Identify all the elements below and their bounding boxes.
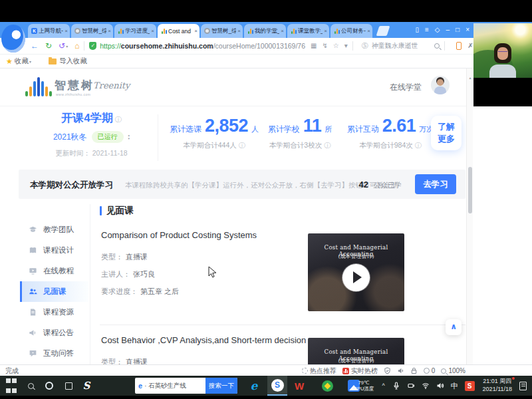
undo-icon[interactable]: ↺ (59, 42, 65, 50)
sidebar-item-course-resources[interactable]: 课程资源 (20, 302, 88, 323)
quick-search-box[interactable]: Ⓢ 神童魏永康逝世 (362, 41, 431, 51)
screenshot-icon[interactable]: ✗ (467, 43, 473, 49)
browser-tab-myschool[interactable]: 我的学堂_ × (244, 24, 286, 38)
browser-tab-zhihuishu1[interactable]: 智慧树_综 × (71, 24, 113, 38)
task-view-icon[interactable] (63, 376, 74, 396)
wps-app-icon[interactable]: W (291, 376, 307, 396)
taskbar-search-box[interactable]: e · 石英砂生产线 搜索一下 (135, 378, 237, 394)
browser-tab-zhihuishu2[interactable]: 智慧树_综 × (201, 24, 243, 38)
tab-close-icon[interactable]: × (281, 28, 284, 34)
browser-tab-teaching[interactable]: 课堂教学_ × (287, 24, 329, 38)
bookmark-star-icon[interactable]: ☆ (333, 43, 339, 49)
url-dropdown-icon[interactable]: ▾ (344, 43, 348, 49)
lock-icon[interactable] (410, 367, 418, 374)
browser-tab-nav[interactable]: K 上网导航-- × (28, 24, 70, 38)
favorites-button[interactable]: 收藏 (15, 57, 29, 66)
sidebar-item-label: 课程设计 (43, 245, 74, 255)
import-bookmarks-button[interactable]: 导入收藏 (59, 57, 87, 66)
mute-speaker-icon[interactable] (397, 367, 404, 374)
security-shield-icon[interactable] (384, 367, 391, 374)
sidebar-item-online-course[interactable]: 在线教程 (20, 261, 88, 281)
tab-close-icon[interactable]: × (367, 28, 370, 34)
microphone-icon[interactable] (392, 382, 400, 390)
sogou-taskbar-icon[interactable]: S (80, 376, 93, 396)
url-field[interactable]: https://coursehome.zhihuishu.com/courseH… (100, 42, 305, 50)
start-button[interactable] (5, 376, 17, 396)
course-title[interactable]: Comparison of Product Costing Systems (101, 230, 257, 240)
notification-center-icon[interactable] (519, 382, 527, 390)
sogou-browser-app-icon[interactable]: S (267, 376, 287, 396)
course-video-thumbnail[interactable]: Cost and Managerial Accounting (成本管理会计) (308, 233, 404, 311)
go-study-button[interactable]: 去学习 (415, 174, 456, 194)
blocked-count[interactable]: 0 (424, 367, 436, 374)
browser-tab-finance[interactable]: 公司财务-- × (331, 24, 372, 38)
quick-search-text[interactable]: 神童魏永康逝世 (372, 41, 418, 51)
scrollbar-up-icon[interactable]: ▴ (467, 75, 473, 80)
term-name[interactable]: 2021秋冬 (53, 132, 87, 143)
close-button[interactable]: × (466, 27, 469, 33)
info-icon[interactable]: ⓘ (115, 116, 122, 123)
term-selector-icon[interactable]: ▴▾ (128, 134, 130, 141)
skin-icon[interactable]: ◇ (435, 27, 440, 33)
sidebar-item-qa[interactable]: 互动问答 (20, 343, 88, 364)
info-icon[interactable]: ⓘ (239, 142, 245, 149)
zhihuishu-logo-icon[interactable] (25, 77, 52, 96)
back-to-top-button[interactable]: ∧ (446, 319, 462, 335)
sidebar-item-teaching-team[interactable]: 教学团队 (20, 219, 88, 240)
hot-recommend-button[interactable]: 热点推荐 (302, 366, 336, 376)
scrollbar-thumb[interactable] (468, 167, 472, 213)
refresh-icon[interactable]: ↻ (45, 42, 52, 50)
page-scrollbar[interactable]: ▴ (466, 68, 473, 364)
tab-close-icon[interactable]: × (108, 28, 111, 34)
browser-tab-progress[interactable]: 学习进度_ × (114, 24, 156, 38)
edge-app-icon[interactable]: e (247, 376, 261, 396)
course-title[interactable]: Cost Behavior ,CVP Analysis,and Short-te… (101, 335, 306, 345)
sogou-ime-icon[interactable]: S (465, 381, 475, 391)
minimize-button[interactable]: – (446, 27, 450, 33)
volume-icon[interactable] (436, 382, 444, 390)
input-method-indicator[interactable]: 中 (451, 381, 458, 391)
learn-more-button[interactable]: 了解更多 (431, 116, 462, 150)
qr-code-icon[interactable]: ▦ (311, 43, 317, 49)
new-tab-button[interactable] (376, 26, 390, 36)
tab-close-icon[interactable]: × (151, 28, 154, 34)
online-school-link[interactable]: 在线学堂 (390, 82, 422, 93)
browser-tab-active-cost[interactable]: Cost and × (158, 24, 200, 38)
favorites-caret-icon[interactable]: ▾ (29, 59, 31, 64)
wifi-icon[interactable] (422, 382, 430, 390)
play-button-icon[interactable] (342, 264, 370, 291)
power-plug-icon[interactable] (407, 382, 415, 390)
search-go-button[interactable]: 搜索一下 (205, 378, 237, 394)
cortana-icon[interactable] (44, 376, 55, 396)
info-icon[interactable]: ⓘ (415, 142, 422, 149)
tab-close-icon[interactable]: × (65, 28, 68, 34)
flash-speed-icon[interactable]: ↯ (322, 43, 327, 49)
search-icon[interactable] (434, 43, 440, 49)
phone-sync-icon[interactable] (456, 42, 462, 50)
user-avatar[interactable] (431, 76, 450, 94)
clock[interactable]: 21:01 周四2021/11/18 (483, 378, 512, 393)
sidebar-item-live-lecture[interactable]: 见面课 (20, 281, 88, 302)
sidebar-item-course-design[interactable]: 课程设计 (20, 240, 88, 261)
green-app-icon[interactable] (319, 376, 335, 396)
taskbar-search-text[interactable]: · 石英砂生产线 (144, 382, 205, 390)
tab-close-icon[interactable]: × (324, 28, 327, 34)
maximize-button[interactable]: □ (456, 27, 460, 33)
taskbar-search-icon[interactable] (25, 376, 36, 396)
cpu-temp-widget[interactable]: 79℃CPU温度 (354, 380, 374, 392)
info-icon[interactable]: ⓘ (324, 142, 331, 149)
back-icon[interactable]: ← (31, 42, 39, 50)
zoom-control[interactable]: 100% (441, 367, 466, 374)
tab-close-icon[interactable]: × (237, 28, 241, 34)
sidebar-item-announcements[interactable]: 课程公告 (20, 323, 88, 343)
brand-name[interactable]: 智慧树 (55, 78, 94, 93)
tab-close-icon[interactable]: × (194, 28, 198, 34)
sogou-browser-logo[interactable] (1, 25, 25, 53)
tray-expand-icon[interactable]: ^ (382, 382, 384, 389)
undo-caret-icon[interactable]: ▾ (66, 44, 68, 49)
menu-icon[interactable]: ≡ (425, 27, 429, 33)
mobile-panel-icon[interactable]: ▯ (415, 27, 419, 33)
home-icon[interactable]: ⌂ (74, 42, 79, 50)
course-video-thumbnail[interactable]: Cost and Managerial Accounting (成本管理会计) (308, 338, 404, 364)
live-ranking-button[interactable]: 实时热榜 (342, 366, 378, 376)
